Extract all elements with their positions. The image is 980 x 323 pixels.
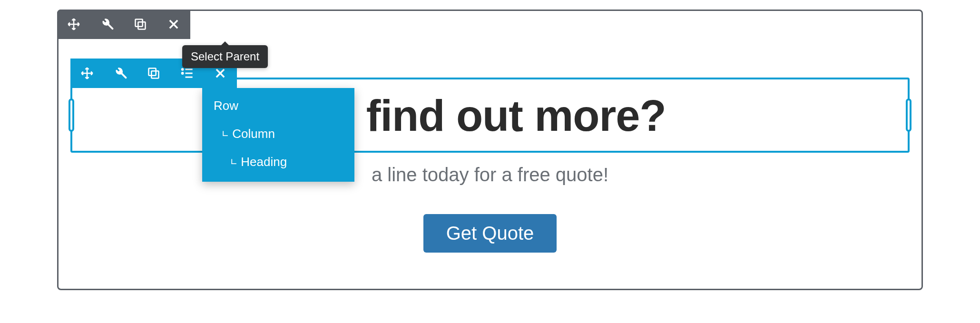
move-icon [80,67,94,80]
tree-branch-icon: ∟ [231,156,237,168]
duplicate-icon [134,18,147,31]
close-icon [214,67,227,80]
tree-icon [180,67,194,80]
dropdown-item-row[interactable]: Row [202,92,354,120]
svg-point-4 [181,69,184,71]
heading-block-selected[interactable]: to find out more? [70,78,910,153]
resize-handle-left[interactable] [69,98,74,132]
get-quote-button[interactable]: Get Quote [423,214,557,253]
svg-rect-1 [136,20,143,27]
wrench-icon [100,18,114,31]
svg-rect-3 [149,69,156,76]
svg-rect-2 [151,71,158,78]
move-button[interactable] [70,59,104,88]
remove-button[interactable] [157,10,190,39]
tooltip-select-parent: Select Parent [182,45,268,68]
close-icon [167,18,180,31]
settings-button[interactable] [104,59,137,88]
duplicate-button[interactable] [124,10,157,39]
section-wrapper: Select Parent Row ∟ Column ∟ Heading [57,10,923,290]
row-toolbar [57,10,190,39]
dropdown-item-label: Column [232,127,275,141]
duplicate-button[interactable] [137,59,170,88]
move-icon [67,18,80,31]
duplicate-icon [147,67,160,80]
svg-point-5 [181,72,184,75]
resize-handle-right[interactable] [906,98,911,132]
wrench-icon [114,67,127,80]
settings-button[interactable] [90,10,124,39]
dropdown-item-heading[interactable]: ∟ Heading [202,148,354,176]
dropdown-item-label: Heading [241,155,287,169]
subheading-text[interactable]: a line today for a free quote! [59,164,921,186]
tree-branch-icon: ∟ [222,128,228,140]
heading-text[interactable]: to find out more? [72,94,908,137]
svg-rect-0 [138,22,145,29]
select-parent-dropdown: Row ∟ Column ∟ Heading [202,88,354,182]
dropdown-item-column[interactable]: ∟ Column [202,120,354,148]
dropdown-item-label: Row [214,98,238,113]
move-button[interactable] [57,10,90,39]
